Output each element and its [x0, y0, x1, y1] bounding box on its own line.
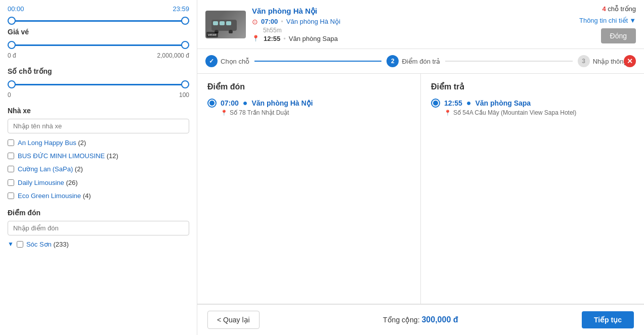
dropoff-panel: Điểm trả 12:55 ● Văn phòng Sapa 📍 Số 54A… [421, 74, 644, 304]
trip-duration: 5h55m [263, 27, 579, 34]
time-slider-right-thumb[interactable] [181, 17, 189, 25]
arrival-pin-icon: 📍 [252, 35, 260, 42]
carrier-bus-duc-minh-label[interactable]: BUS ĐỨC MINH LIMOUSINE (12) [18, 152, 118, 161]
nha-xe-section: Nhà xe An Long Happy Bus (2) BUS ĐỨC MIN… [8, 107, 189, 201]
nha-xe-title: Nhà xe [8, 107, 189, 115]
continue-button[interactable]: Tiếp tục [582, 311, 634, 328]
gia-ve-slider-right[interactable] [181, 41, 189, 49]
time-end: 23:59 [173, 5, 189, 13]
gia-ve-section: Giá vé 0 đ 2,000,000 đ [8, 28, 189, 59]
departure-place: Văn phòng Hà Nội [286, 18, 340, 25]
pickup-option: 07:00 ● Văn phòng Hà Nội 📍 Số 78 Trần Nh… [207, 99, 410, 116]
location-soc-son-row: ▼ Sóc Sơn (233) [8, 241, 189, 248]
steps-bar: ✓ Chọn chỗ 2 Điểm đón trả 3 Nhập thông t… [197, 49, 644, 74]
carrier-eco-green-count: (4) [83, 192, 91, 200]
total-label: Tổng cộng: [383, 316, 419, 324]
step-3-circle: 3 [578, 55, 590, 67]
svg-rect-2 [220, 21, 225, 25]
time-slider-left-thumb[interactable] [8, 17, 16, 25]
so-cho-trong-section: Số chỗ trống 0 100 [8, 67, 189, 99]
carrier-daily-limo: Daily Limousine (26) [8, 178, 189, 187]
checkmark-icon: ✓ [209, 58, 214, 65]
detail-link[interactable]: Thông tin chi tiết ▼ [579, 17, 636, 24]
step-1-label: Chọn chỗ [221, 58, 249, 65]
price-min: 0 đ [8, 52, 16, 59]
carrier-daily-limo-checkbox[interactable] [8, 179, 14, 186]
svg-rect-3 [226, 21, 231, 25]
seats-badge: 4 chỗ trống [602, 5, 636, 13]
carrier-daily-limo-count: (26) [66, 179, 77, 186]
step-2: 2 Điểm đón trả [387, 55, 440, 67]
arrival-place: Văn phòng Sapa [289, 35, 338, 42]
carrier-cuong-lan-checkbox[interactable] [8, 166, 14, 172]
back-button[interactable]: < Quay lại [207, 311, 260, 329]
panels-row: Điểm đón 07:00 ● Văn phòng Hà Nội 📍 Số 7… [197, 74, 644, 304]
dropoff-pin-icon: 📍 [444, 110, 451, 116]
seats-label: chỗ trống [608, 5, 636, 13]
diem-don-section: Điểm đón ▼ Sóc Sơn (233) [8, 209, 189, 248]
carrier-eco-green-checkbox[interactable] [8, 193, 14, 199]
dropoff-row[interactable]: 12:55 ● Văn phòng Sapa [431, 99, 634, 108]
departure-dot-icon: ⊙ [252, 18, 258, 26]
carrier-an-long-checkbox[interactable] [8, 139, 14, 146]
gia-ve-title: Giá vé [8, 28, 189, 36]
expand-arrow-icon[interactable]: ▼ [8, 241, 14, 248]
detail-link-text: Thông tin chi tiết [579, 17, 628, 24]
trip-image: vexe [205, 11, 246, 38]
step-1-circle: ✓ [205, 55, 218, 67]
pickup-address-text: Số 78 Trần Nhật Duật [230, 109, 289, 116]
trip-company: Văn phòng Hà Nội [252, 7, 579, 16]
seats-count: 4 [602, 5, 606, 13]
step-1: ✓ Chọn chỗ [205, 55, 249, 67]
gia-ve-slider-left[interactable] [8, 41, 16, 49]
carrier-list-container: An Long Happy Bus (2) BUS ĐỨC MINH LIMOU… [8, 138, 189, 201]
so-cho-trong-title: Số chỗ trống [8, 67, 189, 75]
total-section: Tổng cộng: 300,000 đ [383, 315, 458, 324]
trip-header: vexe Văn phòng Hà Nội ⊙ 07:00 • Văn phòn… [197, 0, 644, 49]
trip-info: Văn phòng Hà Nội ⊙ 07:00 • Văn phòng Hà … [252, 7, 579, 42]
cho-slider-right[interactable] [181, 80, 189, 88]
location-soc-son-checkbox[interactable] [17, 241, 23, 248]
close-button[interactable]: Đóng [601, 28, 636, 43]
time-start: 00:00 [8, 5, 24, 13]
carrier-daily-limo-label[interactable]: Daily Limousine (26) [18, 178, 78, 187]
dropoff-radio-button[interactable] [431, 99, 440, 108]
main-content: vexe Văn phòng Hà Nội ⊙ 07:00 • Văn phòn… [197, 0, 644, 335]
pickup-panel-title: Điểm đón [207, 82, 410, 91]
steps-close-button[interactable]: ✕ [624, 55, 636, 67]
diem-don-search-input[interactable] [8, 221, 189, 235]
pickup-radio-button[interactable] [207, 99, 217, 108]
cho-slider-left[interactable] [8, 80, 16, 88]
carrier-cuong-lan: Cường Lan (SaPa) (2) [8, 165, 189, 174]
carrier-an-long-count: (2) [78, 139, 86, 147]
cho-trong-slider[interactable] [8, 79, 189, 89]
dropoff-address: 📍 Số 54A Cầu Mây (Mountain View Sapa Hot… [444, 109, 634, 116]
arrival-time: 12:55 [264, 35, 280, 42]
cho-min: 0 [8, 91, 11, 99]
chevron-down-icon: ▼ [629, 17, 636, 24]
departure-time: 07:00 [261, 18, 278, 25]
step-3-number: 3 [582, 58, 585, 65]
carrier-cuong-lan-label[interactable]: Cường Lan (SaPa) (2) [18, 165, 83, 174]
time-slider[interactable] [8, 16, 189, 26]
carrier-an-long: An Long Happy Bus (2) [8, 138, 189, 148]
vexe-badge: vexe [206, 32, 218, 37]
carrier-eco-green: Eco Green Limousine (4) [8, 192, 189, 201]
carrier-eco-green-label[interactable]: Eco Green Limousine (4) [18, 192, 91, 201]
pickup-address: 📍 Số 78 Trần Nhật Duật [221, 109, 410, 116]
dropoff-address-text: Số 54A Cầu Mây (Mountain View Sapa Hotel… [453, 109, 576, 116]
step-2-number: 2 [391, 58, 395, 65]
gia-ve-slider[interactable] [8, 40, 189, 50]
trip-actions: 4 chỗ trống Thông tin chi tiết ▼ Đóng [579, 5, 636, 43]
carrier-bus-duc-minh-checkbox[interactable] [8, 153, 14, 159]
carrier-list: An Long Happy Bus (2) BUS ĐỨC MINH LIMOU… [8, 138, 189, 201]
step-line-2 [445, 61, 572, 62]
dropoff-radio-inner [433, 101, 438, 106]
location-soc-son-label[interactable]: Sóc Sơn (233) [26, 241, 69, 248]
price-max: 2,000,000 đ [157, 52, 189, 59]
pickup-row[interactable]: 07:00 ● Văn phòng Hà Nội [207, 99, 410, 108]
time-range-display: 00:00 23:59 [8, 5, 189, 13]
nha-xe-search-input[interactable] [8, 119, 189, 133]
dropoff-name: Văn phòng Sapa [475, 99, 531, 107]
carrier-an-long-label[interactable]: An Long Happy Bus (2) [18, 138, 86, 148]
